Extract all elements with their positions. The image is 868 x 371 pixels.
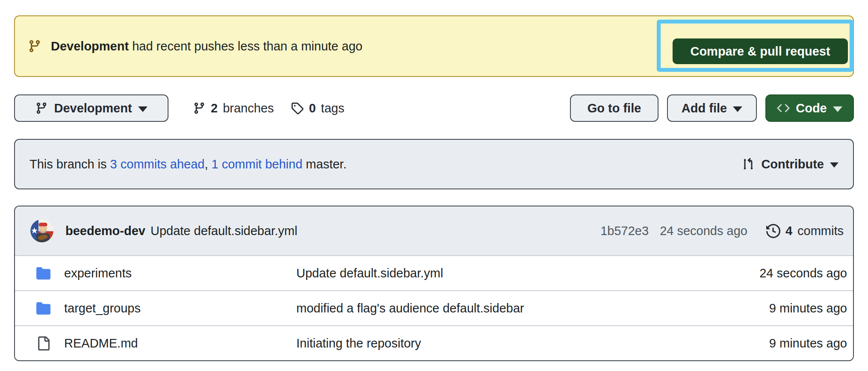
- table-row[interactable]: experiments Update default.sidebar.yml 2…: [15, 255, 853, 290]
- repo-controls-row: Development 2 branches 0 tags Go to file…: [14, 94, 854, 122]
- file-name-link[interactable]: experiments: [64, 266, 296, 280]
- branch-status-text: This branch is 3 commits ahead, 1 commit…: [30, 157, 346, 171]
- branch-status-bar: This branch is 3 commits ahead, 1 commit…: [14, 139, 854, 189]
- branches-count: 2: [211, 101, 218, 115]
- commit-behind-link[interactable]: 1 commit behind: [212, 157, 303, 171]
- branch-selector-label: Development: [54, 101, 132, 115]
- file-name-link[interactable]: README.md: [64, 336, 296, 350]
- code-dropdown-button[interactable]: Code: [765, 94, 854, 122]
- compare-pull-request-button[interactable]: Compare & pull request: [673, 38, 848, 64]
- commit-author[interactable]: beedemo-dev: [65, 224, 145, 238]
- commit-time: 24 seconds ago: [660, 224, 747, 238]
- commits-count: 4: [785, 224, 792, 238]
- tags-count: 0: [309, 101, 316, 115]
- commits-history-link[interactable]: 4 commits: [766, 224, 844, 238]
- table-row[interactable]: README.md Initiating the repository 9 mi…: [15, 325, 853, 360]
- banner-message: Development had recent pushes less than …: [51, 39, 363, 53]
- branches-label: branches: [223, 101, 274, 115]
- branch-selector-dropdown[interactable]: Development: [14, 94, 168, 122]
- file-commit-message-link[interactable]: Initiating the repository: [296, 336, 769, 350]
- commits-label: commits: [797, 224, 844, 238]
- git-compare-icon: [741, 157, 755, 171]
- file-commit-time: 9 minutes ago: [769, 301, 847, 315]
- contribute-label: Contribute: [761, 157, 824, 171]
- chevron-down-icon: [833, 106, 842, 112]
- chevron-down-icon: [733, 106, 742, 112]
- avatar[interactable]: [30, 219, 53, 242]
- folder-icon: [36, 301, 50, 315]
- commit-meta: 1b572e3 24 seconds ago 4 commits: [600, 224, 844, 238]
- tags-label: tags: [321, 101, 345, 115]
- file-name-link[interactable]: target_groups: [64, 301, 296, 315]
- history-clock-icon: [766, 224, 780, 238]
- add-file-dropdown[interactable]: Add file: [667, 94, 757, 122]
- branch-tag-counts: 2 branches 0 tags: [193, 94, 344, 122]
- chevron-down-icon: [138, 106, 148, 112]
- latest-commit-header: beedemo-dev Update default.sidebar.yml 1…: [15, 206, 853, 255]
- go-to-file-button[interactable]: Go to file: [570, 94, 658, 122]
- file-icon: [36, 336, 50, 350]
- code-brackets-icon: [777, 102, 790, 115]
- table-row[interactable]: target_groups modified a flag's audience…: [15, 290, 853, 325]
- git-branch-icon: [28, 39, 41, 53]
- commit-hash[interactable]: 1b572e3: [600, 224, 649, 238]
- commits-ahead-link[interactable]: 3 commits ahead: [110, 157, 205, 171]
- branches-link[interactable]: 2 branches: [193, 101, 274, 115]
- go-to-file-label: Go to file: [588, 101, 641, 115]
- file-browser-table: beedemo-dev Update default.sidebar.yml 1…: [14, 206, 854, 361]
- add-file-label: Add file: [682, 101, 727, 115]
- git-branch-icon: [35, 102, 48, 115]
- tag-icon: [291, 102, 304, 115]
- contribute-dropdown[interactable]: Contribute: [741, 157, 838, 171]
- tags-link[interactable]: 0 tags: [291, 101, 344, 115]
- chevron-down-icon: [830, 162, 838, 168]
- file-commit-message-link[interactable]: modified a flag's audience default.sideb…: [296, 301, 769, 315]
- file-commit-message-link[interactable]: Update default.sidebar.yml: [296, 266, 759, 280]
- folder-icon: [36, 266, 50, 280]
- git-branch-icon: [193, 102, 206, 115]
- commit-message[interactable]: Update default.sidebar.yml: [151, 224, 297, 238]
- file-commit-time: 9 minutes ago: [769, 336, 847, 350]
- file-commit-time: 24 seconds ago: [759, 266, 847, 280]
- code-button-label: Code: [796, 101, 827, 115]
